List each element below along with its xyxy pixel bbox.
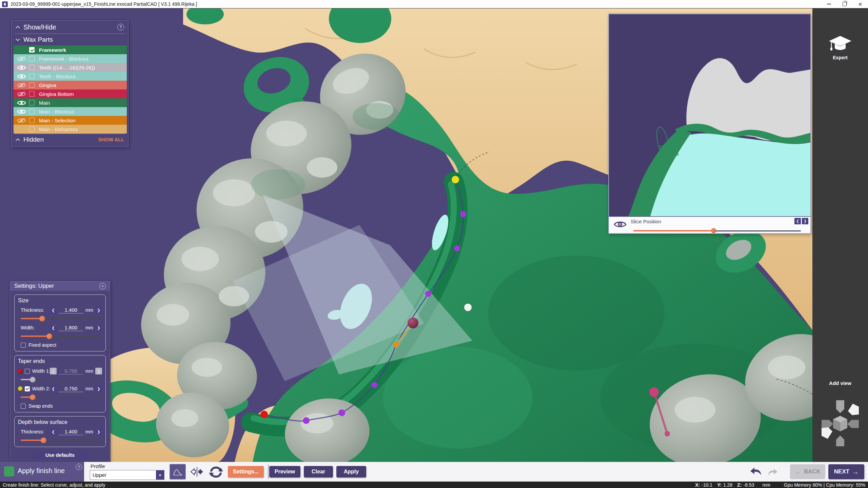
visibility-toggle[interactable] [14,109,29,115]
slice-visibility-toggle[interactable] [614,220,627,230]
part-checkbox[interactable] [29,118,35,123]
width-increment-button[interactable]: ❯ [95,324,102,331]
visibility-toggle[interactable] [14,65,29,70]
control-point-purple[interactable] [460,211,466,217]
wax-part-row[interactable]: Main - Selection [14,116,127,125]
visibility-toggle[interactable] [14,74,29,79]
clear-button[interactable]: Clear [304,466,333,477]
wax-part-row[interactable]: Main - Refractory [14,125,127,134]
undo-button[interactable] [749,467,762,477]
part-checkbox[interactable] [29,47,35,53]
wax-part-row[interactable]: Gingiva Bottom [14,89,127,98]
part-checkbox[interactable] [29,82,35,88]
close-button[interactable]: ✕ [852,0,868,8]
visibility-toggle[interactable] [14,56,29,62]
slice-position-slider[interactable] [633,228,801,233]
control-point-purple[interactable] [338,409,345,416]
thickness-decrement-button[interactable]: ❮ [50,307,57,313]
next-button[interactable]: NEXT → [828,464,864,479]
fixed-aspect-checkbox[interactable] [21,343,26,348]
width2-increment-button[interactable]: ❯ [95,385,102,392]
width1-decrement-button[interactable]: ❮ [50,368,57,374]
part-checkbox[interactable] [29,65,35,70]
depth-thickness-value[interactable]: 1.400 [59,429,83,435]
chevron-down-icon[interactable]: ▾ [156,470,164,480]
width2-checkbox[interactable] [25,386,30,391]
settings-panel-header[interactable]: Settings: Upper ✕ [10,281,110,291]
flip-profile-button[interactable] [190,466,204,479]
wax-parts-header[interactable]: Wax Parts [12,34,128,45]
wax-part-row[interactable]: Main [14,98,127,107]
control-point-red[interactable] [260,411,268,418]
swap-ends-row[interactable]: Swap ends [18,403,102,409]
depth-slider[interactable] [21,438,99,443]
wax-part-row[interactable]: Gingiva [14,81,127,89]
view-navigation-widget[interactable] [812,395,868,448]
wax-part-row[interactable]: Framework [14,45,127,54]
wax-part-row[interactable]: Teeth ((14-...-16)(25-26)) [14,63,127,72]
slider-handle[interactable] [711,228,716,233]
width2-decrement-button[interactable]: ❮ [50,385,57,392]
help-icon[interactable]: ? [117,24,124,30]
control-point-purple[interactable] [425,291,431,297]
wax-part-row[interactable]: Main - Blockout [14,107,127,116]
show-all-button[interactable]: SHOW ALL [98,137,124,142]
minimize-button[interactable] [821,0,837,8]
control-point-orange[interactable] [393,342,399,347]
help-icon[interactable]: ? [76,464,82,470]
expert-mode-button[interactable]: Expert [812,35,868,60]
part-checkbox[interactable] [29,56,35,61]
swap-ends-checkbox[interactable] [21,404,26,409]
settings-button[interactable]: Settings... [228,466,264,477]
width2-slider[interactable] [21,394,99,400]
apply-button[interactable]: Apply [336,466,366,477]
control-point-purple[interactable] [303,417,310,424]
wax-part-row[interactable]: Framework - Blockout [14,54,127,63]
width-slider[interactable] [21,333,99,339]
preview-button[interactable]: Preview [269,466,300,477]
part-checkbox[interactable] [29,74,35,79]
part-checkbox[interactable] [29,126,35,132]
width1-checkbox[interactable] [25,369,30,374]
visibility-toggle[interactable] [14,82,29,88]
width-value[interactable]: 1.800 [59,325,83,331]
width-decrement-button[interactable]: ❮ [50,324,57,331]
back-button[interactable]: ← BACK [790,464,825,479]
wax-part-row[interactable]: Teeth - Blockout [14,72,127,81]
slider-handle[interactable] [46,333,52,339]
control-point-purple[interactable] [454,245,460,251]
slider-handle[interactable] [39,316,45,322]
recalculate-button[interactable] [208,464,224,481]
profile-shape-button[interactable] [170,464,186,480]
visibility-toggle[interactable] [14,118,29,123]
width1-increment-button[interactable]: ❯ [95,368,102,374]
depth-decrement-button[interactable]: ❮ [50,428,57,435]
visibility-toggle[interactable] [14,100,29,106]
visibility-toggle[interactable] [14,91,29,97]
use-defaults-button[interactable]: Use defaults [33,451,87,460]
control-point-white[interactable] [464,304,472,311]
slice-view-window[interactable]: Slice Position ❮ ❯ [608,14,811,234]
show-hide-header[interactable]: Show/Hide ? [12,21,128,34]
fixed-aspect-row[interactable]: Fixed aspect [18,342,102,348]
maximize-button[interactable] [837,0,852,8]
redo-button[interactable] [767,468,779,477]
width2-value[interactable]: 0.750 [59,386,83,392]
thickness-value[interactable]: 1.400 [59,307,83,313]
thickness-increment-button[interactable]: ❯ [95,307,102,313]
close-settings-icon[interactable]: ✕ [99,283,106,289]
slice-prev-button[interactable]: ❮ [794,218,801,224]
part-checkbox[interactable] [29,109,35,114]
profile-dropdown[interactable]: Upper ▾ [90,470,164,480]
slider-handle[interactable] [41,438,46,443]
slider-handle[interactable] [30,394,36,400]
control-handle-maroon[interactable] [408,318,418,328]
hidden-section-header[interactable]: Hidden SHOW ALL [12,134,128,145]
part-checkbox[interactable] [29,91,35,97]
part-checkbox[interactable] [29,100,35,105]
depth-increment-button[interactable]: ❯ [95,428,102,435]
control-point-yellow[interactable] [452,176,459,183]
control-point-purple[interactable] [371,382,377,388]
add-view-label[interactable]: Add view [812,380,868,386]
thickness-slider[interactable] [21,316,99,321]
